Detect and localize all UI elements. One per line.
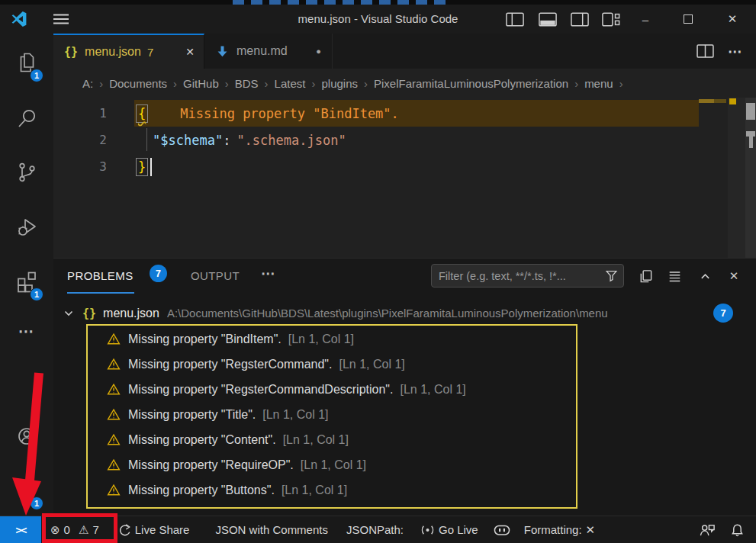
overview-warning-mark	[729, 98, 736, 104]
problem-message: Missing property "Content".	[128, 433, 276, 447]
problems-file-row[interactable]: {} menu.json A:\Documents\GitHub\BDS\Lat…	[53, 300, 756, 326]
breadcrumb-item[interactable]: A:	[82, 77, 93, 90]
customize-layout-icon[interactable]	[600, 11, 622, 27]
problem-row[interactable]: Missing property "RegsterCommandDescript…	[53, 377, 756, 402]
settings-button[interactable]: 1	[0, 472, 53, 509]
code-editor[interactable]: 1 2 3 { Missing property "BindItem". "$s…	[53, 98, 756, 258]
modified-dot-icon[interactable]: ●	[316, 47, 321, 56]
problem-row[interactable]: Missing property "BindItem". [Ln 1, Col …	[53, 326, 756, 352]
status-language-mode[interactable]: JSON with Comments	[215, 523, 328, 536]
vscode-logo-icon[interactable]	[9, 9, 29, 29]
maximize-panel-icon[interactable]	[694, 265, 716, 287]
close-window-button[interactable]: ✕	[716, 5, 749, 34]
extensions-badge: 1	[30, 288, 43, 301]
tab-menu-json[interactable]: {} menu.json 7 ✕	[53, 34, 204, 69]
status-live-share[interactable]: Live Share	[117, 523, 190, 537]
search-icon	[15, 107, 38, 130]
problems-panel: PROBLEMS 7 OUTPUT ⋯ ✕	[53, 258, 756, 516]
feedback-icon[interactable]	[700, 523, 716, 537]
source-control-icon	[15, 161, 38, 184]
problem-row[interactable]: Missing property "RequireOP". [Ln 1, Col…	[53, 452, 756, 477]
breadcrumb-item[interactable]: Latest	[275, 77, 306, 90]
breadcrumb-item[interactable]: GitHub	[183, 77, 219, 90]
minimap[interactable]	[699, 99, 726, 103]
error-circle-icon: ⊗	[50, 523, 60, 537]
more-views-button[interactable]: ⋯	[0, 313, 53, 349]
maximize-icon	[684, 14, 693, 24]
view-as-table-icon[interactable]	[664, 265, 685, 287]
account-button[interactable]	[0, 418, 53, 455]
sidebar-item-search[interactable]	[0, 100, 53, 137]
jsonpath-label: JSONPath:	[346, 523, 404, 536]
status-problems-summary[interactable]: ⊗ 0 ⚠ 7	[50, 523, 99, 537]
more-actions-icon[interactable]: ⋯	[728, 43, 742, 60]
formatting-state: ✕	[586, 523, 596, 537]
problem-row[interactable]: Missing property "Title". [Ln 1, Col 1]	[53, 402, 756, 427]
file-name: menu.json	[103, 307, 159, 320]
problems-count-badge: 7	[150, 265, 167, 282]
problem-location: [Ln 1, Col 1]	[400, 383, 465, 397]
breadcrumb-item[interactable]: BDS	[235, 77, 259, 90]
breadcrumb-item[interactable]: menu	[584, 77, 613, 90]
more-panel-tabs-icon[interactable]: ⋯	[261, 265, 275, 282]
sidebar-item-run-debug[interactable]	[0, 208, 53, 245]
sidebar-item-source-control[interactable]	[0, 154, 53, 191]
maximize-button[interactable]	[671, 5, 705, 34]
notifications-bell-icon[interactable]	[731, 523, 744, 537]
close-brace-token: }	[136, 158, 148, 176]
filter-input[interactable]	[432, 270, 605, 282]
editor-group: {} menu.json 7 ✕ menu.md ● ⋯ A:›	[53, 34, 756, 516]
active-panel-underline	[67, 292, 134, 294]
chevron-down-icon[interactable]	[63, 307, 75, 320]
breadcrumb-item[interactable]: Documents	[109, 77, 167, 90]
editor-scrollbar[interactable]	[728, 98, 745, 258]
tab-problems[interactable]: PROBLEMS	[67, 269, 134, 282]
code-line-3: }	[136, 153, 152, 180]
status-go-live[interactable]: Go Live	[420, 523, 478, 536]
status-formatting[interactable]: Formatting: ✕	[524, 523, 595, 537]
problem-row[interactable]: Missing property "Buttons". [Ln 1, Col 1…	[53, 477, 756, 503]
breadcrumb-separator: ›	[574, 77, 578, 90]
split-editor-icon[interactable]	[696, 44, 714, 59]
toggle-panel-icon[interactable]	[536, 11, 559, 27]
breadcrumb-separator: ›	[173, 77, 177, 90]
breadcrumb-separator: ›	[619, 77, 623, 90]
copy-all-icon[interactable]	[635, 265, 656, 287]
breadcrumb-item[interactable]: plugins	[321, 77, 358, 90]
copilot-status-icon[interactable]	[494, 524, 510, 536]
status-jsonpath[interactable]: JSONPath:	[346, 523, 404, 536]
line-number: 2	[53, 127, 107, 153]
problem-message: Missing property "BindItem".	[128, 333, 281, 346]
problem-location: [Ln 1, Col 1]	[281, 484, 347, 497]
run-debug-icon	[15, 215, 38, 238]
toggle-primary-sidebar-icon[interactable]	[503, 11, 526, 27]
formatting-label: Formatting:	[524, 523, 582, 536]
minimize-button[interactable]: –	[629, 5, 662, 34]
tab-output[interactable]: OUTPUT	[191, 269, 240, 282]
breadcrumb-separator: ›	[265, 77, 269, 90]
sidebar-item-explorer[interactable]: 1	[0, 44, 53, 81]
toggle-secondary-sidebar-icon[interactable]	[568, 11, 591, 27]
remote-indicator[interactable]: ><	[0, 516, 41, 543]
menu-icon[interactable]	[50, 11, 72, 27]
problem-row[interactable]: Missing property "RegsterCommand". [Ln 1…	[53, 352, 756, 377]
problem-location: [Ln 1, Col 1]	[262, 408, 328, 422]
warning-icon	[107, 383, 121, 396]
filter-icon[interactable]	[605, 269, 618, 282]
warning-triangle-icon: ⚠	[79, 523, 88, 537]
status-bar: >< ⊗ 0 ⚠ 7 Live Share JSON with Comments…	[0, 516, 756, 543]
breadcrumb-item[interactable]: PixelFaramitaLuminousPolymerization	[374, 77, 568, 90]
overview-decoration	[746, 131, 755, 137]
explorer-badge: 1	[30, 69, 43, 82]
code-line-1: { Missing property "BindItem".	[136, 100, 399, 127]
more-icon: ⋯	[18, 322, 35, 340]
live-share-label: Live Share	[135, 523, 190, 536]
overview-ruler	[745, 98, 756, 258]
tab-menu-md[interactable]: menu.md ●	[204, 34, 333, 69]
close-tab-icon[interactable]: ✕	[185, 46, 195, 58]
problem-row[interactable]: Missing property "Content". [Ln 1, Col 1…	[53, 427, 756, 452]
sidebar-item-extensions[interactable]: 1	[0, 263, 53, 300]
close-panel-icon[interactable]: ✕	[723, 265, 745, 287]
breadcrumb-separator: ›	[311, 77, 315, 90]
overview-decoration	[746, 103, 755, 120]
